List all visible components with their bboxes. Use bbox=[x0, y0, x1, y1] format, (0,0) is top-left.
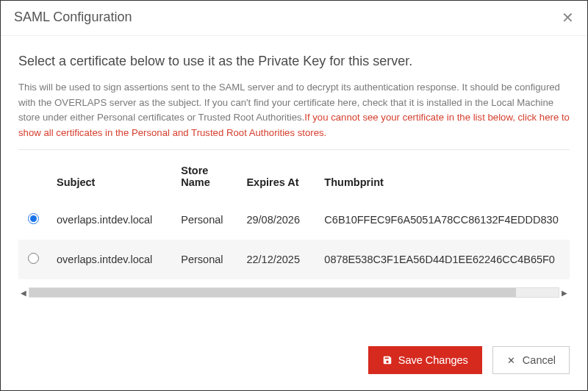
cell-select bbox=[18, 200, 48, 240]
close-button[interactable]: ✕ bbox=[562, 10, 574, 25]
scrollbar-track[interactable] bbox=[29, 287, 559, 298]
cell-expires-at: 29/08/2026 bbox=[237, 200, 315, 240]
scrollbar-thumb[interactable] bbox=[29, 288, 516, 297]
col-select bbox=[18, 153, 48, 200]
close-icon: ✕ bbox=[562, 10, 574, 26]
certificate-table-wrap: Subject StoreName Expires At Thumbprint … bbox=[18, 153, 570, 279]
cancel-icon: ✕ bbox=[506, 355, 517, 365]
save-button[interactable]: Save Changes bbox=[368, 346, 482, 374]
cancel-button[interactable]: ✕ Cancel bbox=[492, 346, 570, 374]
table-row[interactable]: overlaps.intdev.local Personal 29/08/202… bbox=[18, 200, 570, 240]
modal-header: SAML Configuration ✕ bbox=[1, 1, 587, 36]
description: This will be used to sign assertions sen… bbox=[18, 80, 570, 140]
modal-footer: Save Changes ✕ Cancel bbox=[1, 334, 587, 390]
col-store-name: StoreName bbox=[172, 153, 237, 200]
cell-expires-at: 22/12/2025 bbox=[237, 240, 315, 279]
subheading: Select a certificate below to use it as … bbox=[18, 52, 570, 70]
cell-subject: overlaps.intdev.local bbox=[48, 200, 172, 240]
cell-select bbox=[18, 240, 48, 279]
table-header-row: Subject StoreName Expires At Thumbprint bbox=[18, 153, 570, 200]
table-row[interactable]: overlaps.intdev.local Personal 22/12/202… bbox=[18, 240, 570, 279]
scroll-right-arrow-icon[interactable]: ▶ bbox=[559, 287, 570, 298]
cell-store-name: Personal bbox=[172, 200, 237, 240]
saml-config-modal: SAML Configuration ✕ Select a certificat… bbox=[0, 0, 588, 391]
col-subject: Subject bbox=[48, 153, 172, 200]
modal-title: SAML Configuration bbox=[14, 10, 132, 25]
save-button-label: Save Changes bbox=[398, 354, 468, 366]
col-store-name-label: StoreName bbox=[181, 165, 210, 188]
cancel-button-label: Cancel bbox=[523, 354, 556, 366]
scroll-left-arrow-icon[interactable]: ◀ bbox=[18, 287, 29, 298]
cell-store-name: Personal bbox=[172, 240, 237, 279]
select-certificate-radio[interactable] bbox=[28, 213, 39, 224]
modal-body: Select a certificate below to use it as … bbox=[1, 36, 587, 334]
col-thumbprint: Thumbprint bbox=[315, 153, 570, 200]
cell-subject: overlaps.intdev.local bbox=[48, 240, 172, 279]
cell-thumbprint: 0878E538C3F1EA56D44D1EE62246CC4B65F0 bbox=[315, 240, 570, 279]
divider bbox=[18, 149, 570, 150]
cell-thumbprint: C6B10FFEC9F6A5051A78CC86132F4EDDD830 bbox=[315, 200, 570, 240]
select-certificate-radio[interactable] bbox=[28, 253, 39, 264]
horizontal-scrollbar[interactable]: ◀ ▶ bbox=[18, 287, 570, 298]
certificate-table: Subject StoreName Expires At Thumbprint … bbox=[18, 153, 570, 279]
col-expires-at: Expires At bbox=[237, 153, 315, 200]
save-icon bbox=[382, 355, 392, 365]
